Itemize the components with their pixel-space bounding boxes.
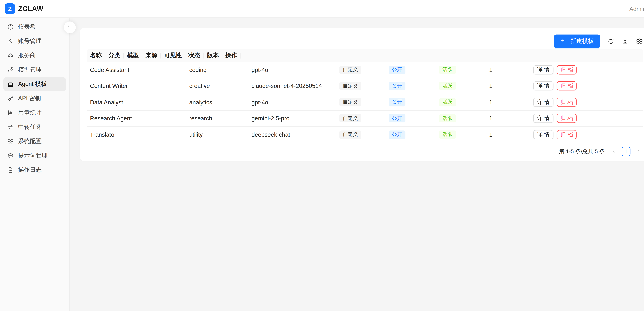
cell-category: analytics (186, 99, 248, 106)
column-header: 可见性 (160, 52, 185, 59)
pagination-summary: 第 1-5 条/总共 5 条 (559, 147, 605, 155)
table-header-row: 名称 分类 模型 来源 可见性 状态 版本 (87, 49, 643, 62)
cell-version: 1 (486, 99, 530, 106)
column-header: 分类 (105, 52, 124, 59)
reload-icon[interactable] (607, 38, 614, 45)
sidebar-item-label: 仪表盘 (18, 23, 36, 31)
column-header: 版本 (204, 52, 222, 59)
pagination: 第 1-5 条/总共 5 条 1 (87, 147, 643, 156)
source-tag: 自定义 (340, 98, 361, 106)
plus-icon (560, 38, 567, 45)
file-icon (7, 167, 14, 173)
visibility-tag: 公开 (388, 130, 406, 139)
robot-icon (7, 81, 14, 88)
detail-button[interactable]: 详 情 (533, 114, 553, 123)
brand: Z ZCLAW (0, 3, 44, 14)
source-tag: 自定义 (340, 114, 361, 123)
cell-category: research (186, 115, 248, 122)
cell-name: Research Agent (87, 115, 186, 122)
detail-button[interactable]: 详 情 (533, 130, 553, 139)
cell-model: claude-sonnet-4-20250514 (248, 83, 336, 89)
sidebar-item[interactable]: 中转任务 (3, 120, 66, 134)
sidebar-item-label: 中转任务 (18, 123, 42, 131)
status-tag: 活跃 (439, 98, 456, 106)
column-header: 来源 (142, 52, 161, 59)
brand-name: ZCLAW (18, 5, 43, 13)
sidebar-item[interactable]: 模型管理 (3, 63, 66, 77)
table-body: Code Assistant coding gpt-4o 自定义 公开 (87, 62, 643, 143)
sidebar-item-label: 提示词管理 (18, 152, 48, 160)
gear-icon (7, 138, 14, 145)
table-row: Data Analyst analytics gpt-4o 自定义 公开 (87, 94, 643, 110)
cell-version: 1 (486, 115, 530, 122)
api-icon (7, 67, 14, 73)
dashboard-icon (7, 24, 14, 30)
sidebar: 仪表盘 账号管理 服务商 模型管理 (0, 18, 70, 311)
cell-category: coding (186, 66, 248, 73)
sidebar-item[interactable]: API 密钥 (3, 91, 66, 106)
sidebar-item[interactable]: 系统配置 (3, 134, 66, 149)
archive-button[interactable]: 归 档 (557, 130, 577, 139)
archive-button[interactable]: 归 档 (557, 98, 577, 107)
detail-button[interactable]: 详 情 (533, 65, 553, 74)
cell-version: 1 (486, 66, 530, 73)
source-tag: 自定义 (340, 130, 361, 139)
chevron-left-icon (66, 24, 73, 31)
column-header: 名称 (87, 52, 105, 59)
sidebar-item[interactable]: 服务商 (3, 49, 66, 63)
new-template-button[interactable]: 新建模板 (554, 35, 600, 48)
sidebar-item-label: 系统配置 (18, 138, 42, 145)
brand-logo: Z (5, 3, 15, 14)
cloud-server-icon (7, 52, 14, 59)
detail-button[interactable]: 详 情 (533, 98, 553, 107)
page-number-button[interactable]: 1 (622, 147, 630, 156)
archive-button[interactable]: 归 档 (557, 81, 577, 91)
cell-category: creative (186, 83, 248, 89)
prev-page-icon[interactable] (609, 147, 618, 156)
table-row: Content Writer creative claude-sonnet-4-… (87, 78, 643, 94)
app-root: Z ZCLAW Admin 仪表盘 账号管理 服务商 (0, 0, 644, 311)
visibility-tag: 公开 (388, 114, 406, 123)
settings-gear-icon[interactable] (636, 38, 643, 45)
visibility-tag: 公开 (388, 82, 406, 90)
cell-name: Content Writer (87, 83, 186, 89)
column-header: 模型 (124, 52, 142, 59)
key-icon (7, 95, 14, 102)
swap-icon (7, 124, 14, 130)
column-header: 操作 (222, 52, 240, 59)
sidebar-item[interactable]: 账号管理 (3, 34, 66, 48)
detail-button[interactable]: 详 情 (533, 81, 553, 91)
sidebar-item[interactable]: 操作日志 (3, 163, 66, 177)
source-tag: 自定义 (340, 82, 361, 90)
sidebar-item-label: 账号管理 (18, 38, 42, 45)
source-tag: 自定义 (340, 66, 361, 74)
archive-button[interactable]: 归 档 (557, 65, 577, 74)
cell-model: gemini-2.5-pro (248, 115, 336, 122)
table-toolbar: 新建模板 (87, 35, 643, 48)
status-tag: 活跃 (439, 82, 456, 90)
sidebar-item[interactable]: 仪表盘 (3, 20, 66, 34)
next-page-icon[interactable] (634, 147, 643, 156)
archive-button[interactable]: 归 档 (557, 114, 577, 123)
column-header: 状态 (185, 52, 204, 59)
sidebar-item-label: 服务商 (18, 52, 36, 59)
template-table: 名称 分类 模型 来源 可见性 状态 版本 (87, 49, 643, 143)
column-height-icon[interactable] (622, 38, 629, 45)
bar-chart-icon (7, 109, 14, 116)
visibility-tag: 公开 (388, 98, 406, 106)
sidebar-item[interactable]: Agent 模板 (3, 77, 66, 91)
sidebar-item[interactable]: 提示词管理 (3, 149, 66, 163)
cell-name: Code Assistant (87, 66, 186, 73)
current-user-label: Admin (629, 5, 644, 12)
cell-name: Translator (87, 131, 186, 138)
users-icon (7, 38, 14, 45)
sidebar-item[interactable]: 用量统计 (3, 106, 66, 120)
cell-model: deepseek-chat (248, 131, 336, 138)
sidebar-item-label: Agent 模板 (18, 80, 47, 88)
sidebar-collapse-button[interactable] (64, 22, 76, 33)
sidebar-item-label: 操作日志 (18, 166, 42, 174)
main-content: 新建模板 名称 分类 模型 来源 (70, 18, 644, 311)
status-tag: 活跃 (439, 66, 456, 74)
visibility-tag: 公开 (388, 66, 406, 74)
table-row: Translator utility deepseek-chat 自定义 公开 (87, 127, 643, 143)
